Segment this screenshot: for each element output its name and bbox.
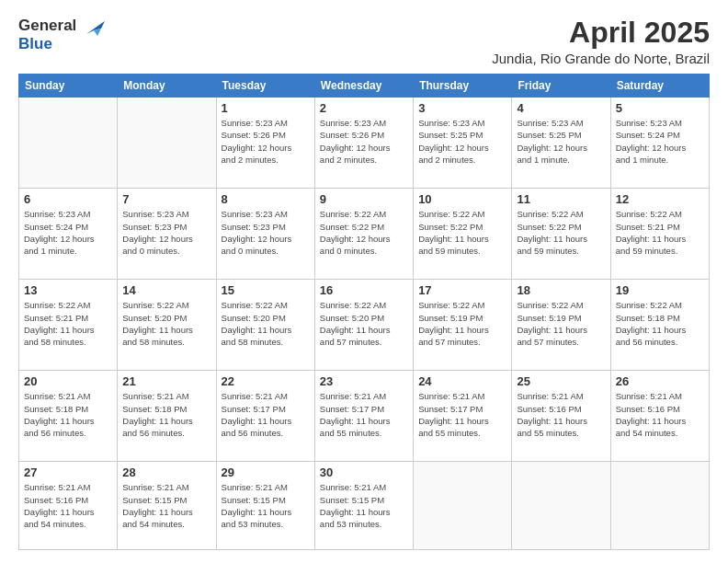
header-sunday: Sunday (19, 75, 118, 98)
location-title: Jundia, Rio Grande do Norte, Brazil (492, 51, 710, 66)
title-block: April 2025 Jundia, Rio Grande do Norte, … (492, 17, 710, 66)
table-row: 16Sunrise: 5:22 AM Sunset: 5:20 PM Dayli… (314, 280, 413, 371)
day-detail: Sunrise: 5:23 AM Sunset: 5:24 PM Dayligh… (24, 208, 112, 257)
header-wednesday: Wednesday (314, 75, 413, 98)
table-row: 6Sunrise: 5:23 AM Sunset: 5:24 PM Daylig… (19, 189, 118, 280)
table-row: 12Sunrise: 5:22 AM Sunset: 5:21 PM Dayli… (610, 189, 709, 280)
table-row: 5Sunrise: 5:23 AM Sunset: 5:24 PM Daylig… (610, 98, 709, 189)
table-row (19, 98, 118, 189)
logo-bird-icon (79, 17, 107, 45)
table-row: 19Sunrise: 5:22 AM Sunset: 5:18 PM Dayli… (610, 280, 709, 371)
day-number: 16 (320, 283, 408, 297)
day-detail: Sunrise: 5:23 AM Sunset: 5:25 PM Dayligh… (418, 117, 506, 166)
day-detail: Sunrise: 5:23 AM Sunset: 5:23 PM Dayligh… (122, 208, 210, 257)
table-row: 2Sunrise: 5:23 AM Sunset: 5:26 PM Daylig… (314, 98, 413, 189)
logo: General Blue (18, 17, 107, 52)
table-row: 25Sunrise: 5:21 AM Sunset: 5:16 PM Dayli… (512, 371, 610, 462)
table-row: 11Sunrise: 5:22 AM Sunset: 5:22 PM Dayli… (512, 189, 610, 280)
day-number: 27 (24, 465, 112, 479)
day-detail: Sunrise: 5:21 AM Sunset: 5:17 PM Dayligh… (222, 390, 310, 439)
day-number: 14 (122, 283, 210, 297)
page: General Blue April 2025 Jundia, Rio Gran… (0, 0, 728, 563)
table-row: 18Sunrise: 5:22 AM Sunset: 5:19 PM Dayli… (512, 280, 610, 371)
day-number: 11 (517, 192, 605, 206)
day-number: 5 (616, 101, 704, 115)
header-friday: Friday (512, 75, 610, 98)
day-detail: Sunrise: 5:22 AM Sunset: 5:20 PM Dayligh… (320, 299, 408, 348)
table-row: 27Sunrise: 5:21 AM Sunset: 5:16 PM Dayli… (19, 462, 118, 550)
calendar-table: Sunday Monday Tuesday Wednesday Thursday… (18, 74, 710, 550)
day-number: 19 (616, 283, 704, 297)
day-detail: Sunrise: 5:23 AM Sunset: 5:26 PM Dayligh… (222, 117, 310, 166)
day-number: 15 (222, 283, 310, 297)
day-number: 7 (122, 192, 210, 206)
table-row: 26Sunrise: 5:21 AM Sunset: 5:16 PM Dayli… (610, 371, 709, 462)
day-detail: Sunrise: 5:21 AM Sunset: 5:16 PM Dayligh… (517, 390, 605, 439)
day-detail: Sunrise: 5:21 AM Sunset: 5:16 PM Dayligh… (24, 481, 112, 530)
day-detail: Sunrise: 5:21 AM Sunset: 5:18 PM Dayligh… (24, 390, 112, 439)
day-detail: Sunrise: 5:23 AM Sunset: 5:23 PM Dayligh… (222, 208, 310, 257)
day-detail: Sunrise: 5:21 AM Sunset: 5:17 PM Dayligh… (320, 390, 408, 439)
table-row: 13Sunrise: 5:22 AM Sunset: 5:21 PM Dayli… (19, 280, 118, 371)
logo-blue: Blue (18, 35, 76, 53)
table-row: 24Sunrise: 5:21 AM Sunset: 5:17 PM Dayli… (414, 371, 512, 462)
table-row: 14Sunrise: 5:22 AM Sunset: 5:20 PM Dayli… (118, 280, 216, 371)
table-row: 8Sunrise: 5:23 AM Sunset: 5:23 PM Daylig… (216, 189, 314, 280)
day-detail: Sunrise: 5:21 AM Sunset: 5:15 PM Dayligh… (122, 481, 210, 530)
table-row (414, 462, 512, 550)
day-number: 13 (24, 283, 112, 297)
day-detail: Sunrise: 5:22 AM Sunset: 5:19 PM Dayligh… (517, 299, 605, 348)
day-number: 10 (418, 192, 506, 206)
table-row: 9Sunrise: 5:22 AM Sunset: 5:22 PM Daylig… (314, 189, 413, 280)
day-number: 17 (418, 283, 506, 297)
day-number: 29 (222, 465, 310, 479)
header: General Blue April 2025 Jundia, Rio Gran… (18, 17, 710, 66)
table-row: 1Sunrise: 5:23 AM Sunset: 5:26 PM Daylig… (216, 98, 314, 189)
day-number: 18 (517, 283, 605, 297)
day-number: 20 (24, 374, 112, 388)
day-detail: Sunrise: 5:21 AM Sunset: 5:18 PM Dayligh… (122, 390, 210, 439)
table-row: 4Sunrise: 5:23 AM Sunset: 5:25 PM Daylig… (512, 98, 610, 189)
day-number: 2 (320, 101, 408, 115)
day-detail: Sunrise: 5:22 AM Sunset: 5:20 PM Dayligh… (222, 299, 310, 348)
day-number: 8 (222, 192, 310, 206)
day-detail: Sunrise: 5:22 AM Sunset: 5:21 PM Dayligh… (616, 208, 704, 257)
weekday-header-row: Sunday Monday Tuesday Wednesday Thursday… (19, 75, 710, 98)
day-number: 12 (616, 192, 704, 206)
table-row: 20Sunrise: 5:21 AM Sunset: 5:18 PM Dayli… (19, 371, 118, 462)
table-row: 30Sunrise: 5:21 AM Sunset: 5:15 PM Dayli… (314, 462, 413, 550)
day-number: 6 (24, 192, 112, 206)
table-row: 10Sunrise: 5:22 AM Sunset: 5:22 PM Dayli… (414, 189, 512, 280)
day-detail: Sunrise: 5:22 AM Sunset: 5:20 PM Dayligh… (122, 299, 210, 348)
day-detail: Sunrise: 5:22 AM Sunset: 5:22 PM Dayligh… (517, 208, 605, 257)
header-thursday: Thursday (414, 75, 512, 98)
table-row: 22Sunrise: 5:21 AM Sunset: 5:17 PM Dayli… (216, 371, 314, 462)
day-number: 21 (122, 374, 210, 388)
day-detail: Sunrise: 5:21 AM Sunset: 5:15 PM Dayligh… (320, 481, 408, 530)
table-row: 28Sunrise: 5:21 AM Sunset: 5:15 PM Dayli… (118, 462, 216, 550)
day-number: 4 (517, 101, 605, 115)
day-detail: Sunrise: 5:22 AM Sunset: 5:19 PM Dayligh… (418, 299, 506, 348)
header-monday: Monday (118, 75, 216, 98)
day-detail: Sunrise: 5:23 AM Sunset: 5:26 PM Dayligh… (320, 117, 408, 166)
day-detail: Sunrise: 5:22 AM Sunset: 5:22 PM Dayligh… (320, 208, 408, 257)
day-detail: Sunrise: 5:22 AM Sunset: 5:22 PM Dayligh… (418, 208, 506, 257)
logo-general: General (18, 17, 76, 35)
table-row: 7Sunrise: 5:23 AM Sunset: 5:23 PM Daylig… (118, 189, 216, 280)
table-row: 21Sunrise: 5:21 AM Sunset: 5:18 PM Dayli… (118, 371, 216, 462)
day-number: 9 (320, 192, 408, 206)
header-tuesday: Tuesday (216, 75, 314, 98)
day-detail: Sunrise: 5:22 AM Sunset: 5:21 PM Dayligh… (24, 299, 112, 348)
day-detail: Sunrise: 5:21 AM Sunset: 5:15 PM Dayligh… (222, 481, 310, 530)
day-number: 24 (418, 374, 506, 388)
table-row: 17Sunrise: 5:22 AM Sunset: 5:19 PM Dayli… (414, 280, 512, 371)
table-row (118, 98, 216, 189)
day-number: 22 (222, 374, 310, 388)
table-row: 23Sunrise: 5:21 AM Sunset: 5:17 PM Dayli… (314, 371, 413, 462)
day-number: 23 (320, 374, 408, 388)
month-title: April 2025 (492, 17, 710, 49)
day-detail: Sunrise: 5:23 AM Sunset: 5:24 PM Dayligh… (616, 117, 704, 166)
day-detail: Sunrise: 5:22 AM Sunset: 5:18 PM Dayligh… (616, 299, 704, 348)
day-detail: Sunrise: 5:23 AM Sunset: 5:25 PM Dayligh… (517, 117, 605, 166)
day-number: 3 (418, 101, 506, 115)
